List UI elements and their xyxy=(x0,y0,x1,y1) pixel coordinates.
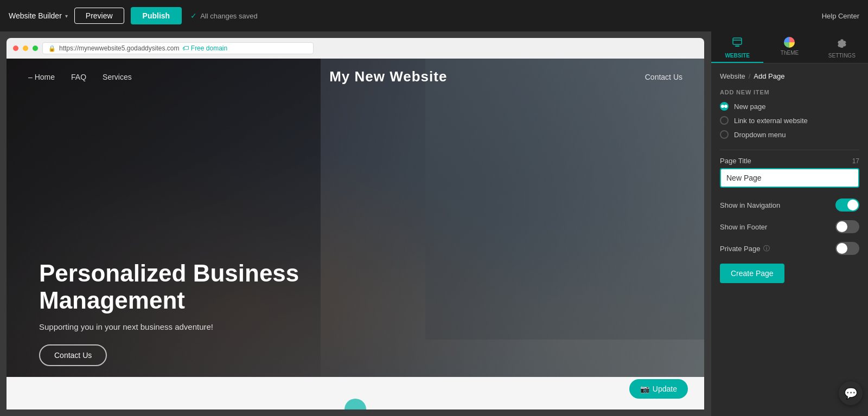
private-page-label: Private Page ⓘ xyxy=(720,244,770,253)
hero-subheading: Supporting you in your next business adv… xyxy=(39,322,310,331)
panel-tabs: WEBSITE ThEME SETTINGS xyxy=(711,31,868,63)
radio-dropdown[interactable]: Dropdown menu xyxy=(720,130,859,139)
tab-website[interactable]: WEBSITE xyxy=(711,31,763,63)
page-title-char-count: 17 xyxy=(852,157,859,165)
divider xyxy=(720,150,859,150)
show-navigation-row: Show in Navigation xyxy=(720,199,859,212)
saved-text: All changes saved xyxy=(200,12,258,20)
url-text: https://mynewwebsite5.godaddysites.com xyxy=(59,44,179,52)
main-area: 🔒 https://mynewwebsite5.godaddysites.com… xyxy=(0,31,868,416)
radio-external-link[interactable]: Link to external website xyxy=(720,116,859,125)
radio-dropdown-circle xyxy=(720,130,729,139)
publish-button[interactable]: Publish xyxy=(131,7,182,24)
site-title: My New Website xyxy=(132,68,645,85)
page-title-field-row: Page Title 17 xyxy=(720,157,859,165)
theme-tab-icon xyxy=(784,37,795,48)
radio-new-page-circle xyxy=(720,102,729,111)
show-footer-row: Show in Footer xyxy=(720,220,859,233)
breadcrumb-parent[interactable]: Website xyxy=(720,72,745,80)
nav-faq[interactable]: FAQ xyxy=(71,73,86,81)
toggle-thumb-navigation xyxy=(847,200,858,210)
radio-group-page-type: New page Link to external website Dropdo… xyxy=(720,102,859,139)
hero-content: Personalized Business Management Support… xyxy=(39,260,310,366)
hero-cta-button[interactable]: Contact Us xyxy=(39,344,107,366)
toggle-thumb-private xyxy=(837,243,847,254)
website-preview: Home FAQ Services My New Website Contact… xyxy=(7,59,704,409)
free-domain-link[interactable]: 🏷 Free domain xyxy=(182,44,227,52)
browser-dot-red xyxy=(13,46,18,51)
canvas-area: 🔒 https://mynewwebsite5.godaddysites.com… xyxy=(0,31,711,416)
tab-website-label: WEBSITE xyxy=(725,53,750,59)
browser-chrome: 🔒 https://mynewwebsite5.godaddysites.com… xyxy=(7,38,704,59)
preview-button[interactable]: Preview xyxy=(74,8,124,24)
saved-status: ✓ All changes saved xyxy=(190,11,258,20)
breadcrumb-current: Add Page xyxy=(754,72,784,80)
browser-dot-green xyxy=(33,46,38,51)
show-footer-label: Show in Footer xyxy=(720,223,767,231)
tab-settings-label: SETTINGS xyxy=(828,53,856,59)
chat-icon: 💬 xyxy=(844,387,858,400)
toggle-thumb-footer xyxy=(837,221,847,232)
private-page-row: Private Page ⓘ xyxy=(720,242,859,255)
brand-chevron-icon: ▾ xyxy=(65,13,68,19)
chat-bubble-button[interactable]: 💬 xyxy=(839,381,863,405)
create-page-button[interactable]: Create Page xyxy=(720,264,784,283)
page-title-input[interactable] xyxy=(720,168,859,188)
radio-new-page-label: New page xyxy=(734,103,766,111)
private-page-info-icon[interactable]: ⓘ xyxy=(763,244,770,253)
hero-heading: Personalized Business Management xyxy=(39,260,310,315)
show-navigation-label: Show in Navigation xyxy=(720,201,780,209)
brand-name: Website Builder xyxy=(9,11,62,20)
svg-rect-2 xyxy=(735,46,739,47)
right-panel: WEBSITE ThEME SETTINGS xyxy=(711,31,868,416)
tab-theme-label: ThEME xyxy=(781,50,799,56)
breadcrumb-separator: / xyxy=(749,72,751,80)
tab-theme[interactable]: ThEME xyxy=(763,31,815,63)
browser-url-bar[interactable]: 🔒 https://mynewwebsite5.godaddysites.com… xyxy=(42,42,314,54)
nav-home[interactable]: Home xyxy=(28,73,55,81)
help-center-link[interactable]: Help Center xyxy=(822,12,859,20)
top-bar: Website Builder ▾ Preview Publish ✓ All … xyxy=(0,0,868,31)
radio-new-page[interactable]: New page xyxy=(720,102,859,111)
panel-content: Website / Add Page ADD NEW ITEM New page… xyxy=(711,63,868,416)
radio-external-link-circle xyxy=(720,116,729,125)
show-navigation-toggle[interactable] xyxy=(835,199,859,212)
settings-tab-icon xyxy=(837,37,847,50)
nav-contact[interactable]: Contact Us xyxy=(645,73,682,81)
radio-dropdown-label: Dropdown menu xyxy=(734,131,786,139)
brand-logo[interactable]: Website Builder ▾ xyxy=(9,11,68,20)
site-navigation: Home FAQ Services My New Website Contact… xyxy=(7,59,704,95)
tab-settings[interactable]: SETTINGS xyxy=(816,31,868,63)
svg-rect-0 xyxy=(733,38,742,44)
section-label-add-new-item: ADD NEW ITEM xyxy=(720,89,859,95)
nav-links: Home FAQ Services xyxy=(28,73,132,81)
breadcrumb: Website / Add Page xyxy=(720,72,859,80)
private-page-toggle[interactable] xyxy=(835,242,859,255)
show-footer-toggle[interactable] xyxy=(835,220,859,233)
website-tab-icon xyxy=(732,37,743,50)
checkmark-icon: ✓ xyxy=(190,11,197,20)
nav-services[interactable]: Services xyxy=(103,73,132,81)
browser-dot-yellow xyxy=(23,46,28,51)
update-button[interactable]: 📷 Update xyxy=(629,379,688,399)
camera-icon: 📷 xyxy=(640,385,649,393)
radio-external-link-label: Link to external website xyxy=(734,117,808,125)
lock-icon: 🔒 xyxy=(48,45,56,52)
page-title-label: Page Title xyxy=(720,157,751,165)
